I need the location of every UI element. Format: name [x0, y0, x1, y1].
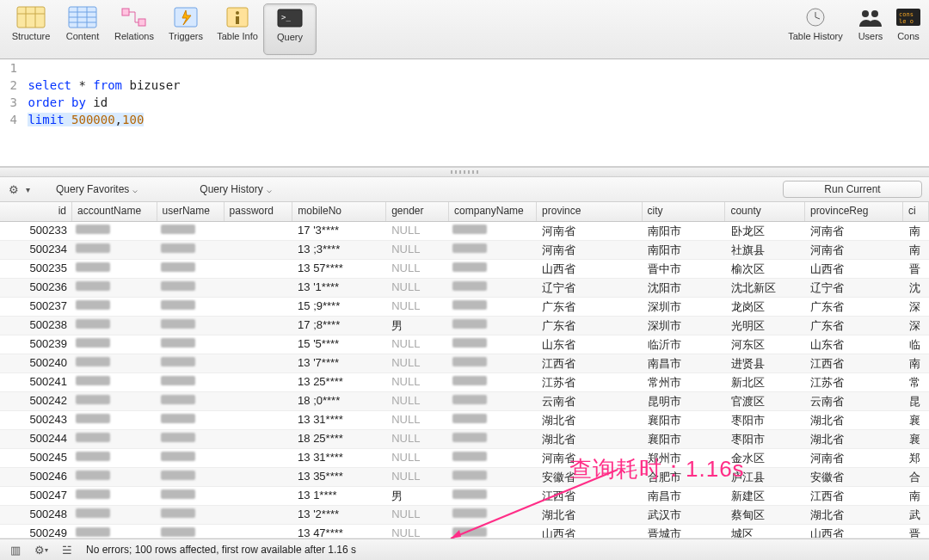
table-row[interactable]: 50024218 ;0****NULL云南省昆明市官渡区云南省昆 [0, 392, 929, 411]
chevron-down-icon: ⌵ [267, 185, 272, 194]
chevron-down-icon[interactable]: ▾ [26, 185, 30, 194]
col-username: userName [157, 202, 225, 221]
table-row[interactable]: 50024713 1****男江西省南昌市新建区江西省南 [0, 487, 929, 506]
svg-rect-0 [17, 7, 45, 28]
line-number: 1 [0, 59, 21, 77]
structure-icon [15, 5, 46, 29]
toolbar-console[interactable]: consle o Cons [891, 3, 926, 53]
toolbar-relations[interactable]: Relations [108, 3, 160, 53]
col-provincereg: provinceReg [805, 202, 903, 221]
line-number: 2 [0, 77, 21, 94]
col-companyname: companyName [449, 202, 537, 221]
toolbar-label: Content [66, 31, 100, 41]
table-row[interactable]: 50024313 31****NULL湖北省襄阳市枣阳市湖北省襄 [0, 411, 929, 430]
col-ci: ci [903, 202, 929, 221]
col-id: id [0, 202, 72, 221]
col-city: city [643, 202, 726, 221]
col-gender: gender [386, 202, 449, 221]
table-row[interactable]: 50024513 31****NULL河南省郑州市金水区河南省郑 [0, 449, 929, 468]
clock-icon [800, 5, 831, 29]
chevron-down-icon: ⌵ [132, 185, 138, 194]
run-current-button[interactable]: Run Current [783, 181, 922, 198]
toolbar-tableinfo[interactable]: Table Info [212, 3, 263, 53]
query-icon: >_ [274, 6, 305, 30]
console-icon: consle o [893, 5, 924, 29]
history-icon[interactable]: ▥ [9, 543, 22, 557]
table-row[interactable]: 50023513 57****NULL山西省晋中市榆次区山西省晋 [0, 260, 929, 279]
toolbar-tablehistory[interactable]: Table History [781, 3, 850, 53]
col-mobileno: mobileNo [292, 202, 386, 221]
col-county: county [725, 202, 805, 221]
toolbar-label: Triggers [169, 31, 203, 41]
table-row[interactable]: 50023613 '1****NULL辽宁省沈阳市沈北新区辽宁省沈 [0, 279, 929, 298]
tableinfo-icon [222, 5, 253, 29]
table-row[interactable]: 50023915 '5****NULL山东省临沂市河东区山东省临 [0, 335, 929, 354]
col-password: password [225, 202, 293, 221]
toolbar-query[interactable]: >_ Query [263, 3, 317, 55]
explain-icon[interactable]: ☱ [60, 543, 74, 557]
content-icon [67, 5, 98, 29]
table-row[interactable]: 50023715 ;9****NULL广东省深圳市龙岗区广东省深 [0, 298, 929, 317]
table-row[interactable]: 50023317 '3****NULL河南省南阳市卧龙区河南省南 [0, 222, 929, 241]
svg-rect-16 [236, 16, 239, 24]
svg-text:cons: cons [899, 11, 914, 18]
line-number: 3 [0, 94, 21, 111]
toolbar-users[interactable]: Users [850, 3, 891, 53]
grid-body: 50023317 '3****NULL河南省南阳市卧龙区河南省南50023413… [0, 222, 929, 538]
toolbar-label: Structure [12, 31, 51, 41]
grid-header[interactable]: id accountName userName password mobileN… [0, 202, 929, 222]
main-toolbar: Structure Content Relations Triggers Tab… [0, 0, 929, 59]
svg-rect-10 [122, 9, 129, 15]
status-bar: ▥ ⚙▾ ☱ No errors; 100 rows affected, fir… [0, 538, 929, 560]
toolbar-triggers[interactable]: Triggers [160, 3, 212, 53]
toolbar-structure[interactable]: Structure [5, 3, 57, 53]
gear-icon[interactable]: ⚙ [7, 182, 21, 196]
status-message: No errors; 100 rows affected, first row … [86, 544, 356, 556]
query-favorites-dropdown[interactable]: Query Favorites⌵ [56, 183, 138, 195]
split-drag-handle[interactable] [0, 167, 929, 177]
gear-icon[interactable]: ⚙▾ [34, 543, 48, 557]
table-row[interactable]: 50024113 25****NULL江苏省常州市新北区江苏省常 [0, 373, 929, 392]
svg-point-22 [862, 10, 869, 17]
users-icon [855, 5, 886, 29]
table-row[interactable]: 50024913 47****NULL山西省晋城市城区山西省晋 [0, 525, 929, 538]
toolbar-label: Users [858, 31, 883, 41]
svg-point-23 [871, 10, 878, 17]
table-row[interactable]: 50024613 35****NULL安徽省合肥市庐江县安徽省合 [0, 468, 929, 487]
toolbar-content[interactable]: Content [57, 3, 108, 53]
triggers-icon [170, 5, 201, 29]
svg-text:>_: >_ [281, 13, 291, 22]
table-row[interactable]: 50023413 ;3****NULL河南省南阳市社旗县河南省南 [0, 241, 929, 260]
toolbar-label: Cons [897, 31, 920, 41]
results-grid: id accountName userName password mobileN… [0, 202, 929, 538]
col-province: province [537, 202, 643, 221]
svg-rect-11 [138, 19, 145, 26]
svg-point-15 [236, 11, 239, 15]
query-mid-bar: ⚙▾ Query Favorites⌵ Query History⌵ Run C… [0, 177, 929, 202]
table-row[interactable]: 50023817 ;8****男广东省深圳市光明区广东省深 [0, 317, 929, 335]
svg-text:le o: le o [899, 18, 914, 25]
table-row[interactable]: 50024418 25****NULL湖北省襄阳市枣阳市湖北省襄 [0, 430, 929, 449]
toolbar-label: Table Info [217, 31, 258, 41]
table-row[interactable]: 50024813 '2****NULL湖北省武汉市蔡甸区湖北省武 [0, 506, 929, 525]
toolbar-label: Table History [788, 31, 843, 41]
col-accountname: accountName [72, 202, 157, 221]
table-row[interactable]: 50024013 '7****NULL江西省南昌市进贤县江西省南 [0, 354, 929, 373]
line-number: 4 [0, 111, 21, 128]
sql-editor[interactable]: 1 2 select * from bizuser 3 order by id … [0, 59, 929, 167]
relations-icon [119, 5, 150, 29]
toolbar-label: Relations [114, 31, 154, 41]
query-history-dropdown[interactable]: Query History⌵ [200, 183, 271, 195]
toolbar-label: Query [277, 32, 303, 42]
